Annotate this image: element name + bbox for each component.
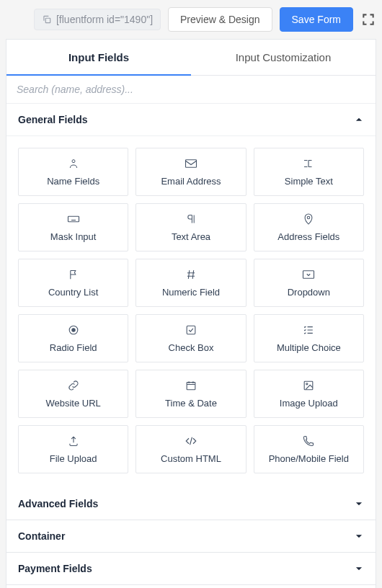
field-label: Mask Input <box>50 231 97 242</box>
mail-icon <box>185 157 197 170</box>
flag-icon <box>67 268 80 281</box>
shortcode-box[interactable]: [fluentform id="1490"] <box>34 9 161 30</box>
topbar: [fluentform id="1490"] Preview & Design … <box>0 0 382 39</box>
save-form-button[interactable]: Save Form <box>280 7 353 32</box>
copy-icon <box>42 14 52 24</box>
field-label: Text Area <box>172 231 210 242</box>
chevron-down-icon <box>354 564 364 574</box>
field-label: Website URL <box>45 398 100 409</box>
section-title: Advanced Fields <box>18 498 98 509</box>
field-label: Phone/Mobile Field <box>269 453 349 464</box>
svg-rect-9 <box>187 383 195 390</box>
svg-point-1 <box>72 160 75 163</box>
chevron-up-icon <box>354 115 364 125</box>
section-title: Container <box>18 530 65 542</box>
chevron-down-icon <box>354 499 364 509</box>
svg-rect-8 <box>187 326 195 334</box>
check-icon <box>185 324 197 337</box>
field-card-address-fields[interactable]: Address Fields <box>254 203 364 251</box>
section-advanced-fields[interactable]: Advanced Fields <box>6 488 376 520</box>
field-label: Name Fields <box>47 176 99 187</box>
field-card-radio-field[interactable]: Radio Field <box>18 314 128 362</box>
field-card-mask-input[interactable]: Mask Input <box>18 203 128 251</box>
field-card-file-upload[interactable]: File Upload <box>18 425 128 473</box>
svg-rect-2 <box>185 160 196 168</box>
field-card-dropdown[interactable]: Dropdown <box>254 259 364 307</box>
bottom-area <box>6 585 376 588</box>
fullscreen-icon[interactable] <box>360 12 376 27</box>
tab-input-fields[interactable]: Input Fields <box>6 40 191 75</box>
field-label: Email Address <box>161 176 221 187</box>
field-card-text-area[interactable]: Text Area <box>136 203 246 251</box>
field-card-multiple-choice[interactable]: Multiple Choice <box>254 314 364 362</box>
field-card-phone-mobile-field[interactable]: Phone/Mobile Field <box>254 425 364 473</box>
general-fields-grid: Name FieldsEmail AddressSimple TextMask … <box>6 136 376 488</box>
field-label: Multiple Choice <box>277 342 341 353</box>
svg-rect-10 <box>304 381 313 390</box>
pin-icon <box>302 213 315 226</box>
sidebar-panel: Input Fields Input Customization General… <box>6 39 376 585</box>
field-label: Custom HTML <box>161 453 221 464</box>
section-container[interactable]: Container <box>6 520 376 553</box>
field-label: Country List <box>48 287 98 298</box>
field-card-time-date[interactable]: Time & Date <box>136 370 246 418</box>
svg-rect-3 <box>68 216 79 222</box>
section-general-fields[interactable]: General Fields <box>6 104 376 136</box>
field-label: File Upload <box>50 453 97 464</box>
search-input[interactable] <box>17 84 365 95</box>
preview-design-button[interactable]: Preview & Design <box>168 7 272 32</box>
field-card-custom-html[interactable]: Custom HTML <box>136 425 246 473</box>
phone-icon <box>302 435 315 447</box>
user-icon <box>67 157 80 170</box>
field-card-name-fields[interactable]: Name Fields <box>18 148 128 196</box>
upload-icon <box>67 435 80 447</box>
calendar-icon <box>185 379 197 392</box>
field-label: Address Fields <box>277 231 339 242</box>
paragraph-icon <box>185 213 197 226</box>
field-label: Check Box <box>169 342 214 353</box>
select-icon <box>302 268 315 281</box>
code-icon <box>185 435 197 447</box>
search-wrapper <box>6 76 376 104</box>
hash-icon <box>185 268 197 281</box>
field-label: Numeric Field <box>162 287 220 298</box>
text-cursor-icon <box>302 157 315 170</box>
field-label: Image Upload <box>280 398 338 409</box>
svg-point-4 <box>308 216 311 219</box>
link-icon <box>67 379 80 392</box>
field-label: Radio Field <box>50 342 97 353</box>
chevron-down-icon <box>354 531 364 541</box>
tab-input-customization[interactable]: Input Customization <box>191 40 376 75</box>
circle-dot-icon <box>67 324 80 337</box>
field-label: Dropdown <box>288 287 330 298</box>
svg-rect-5 <box>303 271 314 279</box>
field-card-country-list[interactable]: Country List <box>18 259 128 307</box>
svg-rect-0 <box>45 18 50 22</box>
field-label: Simple Text <box>285 176 333 187</box>
field-card-check-box[interactable]: Check Box <box>136 314 246 362</box>
image-icon <box>302 379 315 392</box>
section-payment-fields[interactable]: Payment Fields <box>6 553 376 584</box>
field-card-website-url[interactable]: Website URL <box>18 370 128 418</box>
field-card-simple-text[interactable]: Simple Text <box>254 148 364 196</box>
field-label: Time & Date <box>165 398 217 409</box>
field-card-email-address[interactable]: Email Address <box>136 148 246 196</box>
field-card-image-upload[interactable]: Image Upload <box>254 370 364 418</box>
svg-point-7 <box>71 329 74 331</box>
keyboard-icon <box>67 213 80 226</box>
section-title: General Fields <box>18 114 87 125</box>
tabs: Input Fields Input Customization <box>6 40 376 76</box>
shortcode-text: [fluentform id="1490"] <box>56 14 153 25</box>
svg-point-11 <box>306 383 308 385</box>
field-card-numeric-field[interactable]: Numeric Field <box>136 259 246 307</box>
section-title: Payment Fields <box>18 563 92 574</box>
list-check-icon <box>302 324 315 337</box>
